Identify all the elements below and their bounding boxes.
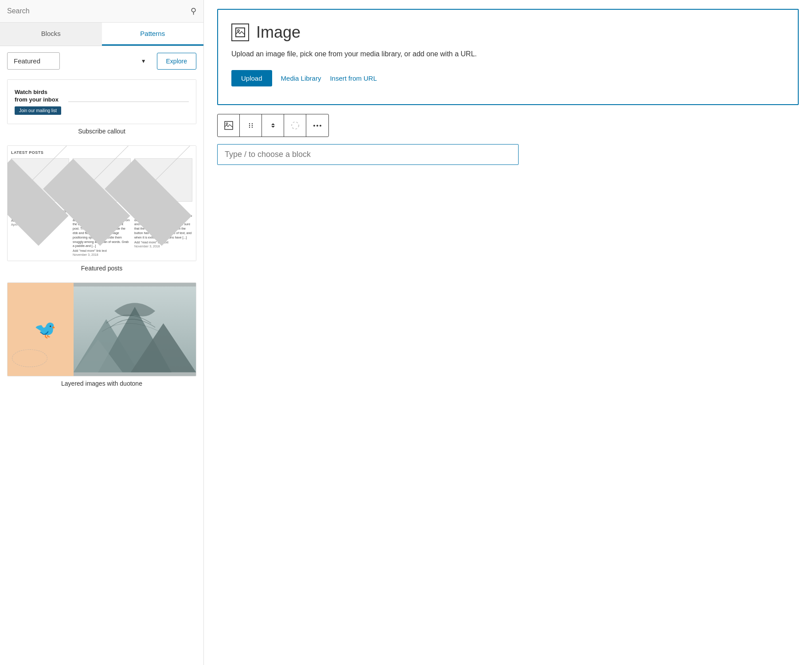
svg-point-11: [249, 125, 250, 126]
pattern-layered-name: Layered images with duotone: [7, 380, 196, 387]
block-toolbar: [217, 114, 329, 137]
subscribe-preview[interactable]: Watch birdsfrom your inbox Join our mail…: [7, 79, 196, 124]
patterns-list: Watch birdsfrom your inbox Join our mail…: [0, 76, 203, 665]
bird-dashes: [12, 349, 47, 367]
fp-item-3: Block: Button Button blocks are not sema…: [134, 158, 192, 256]
right-panel: Image Upload an image file, pick one fro…: [204, 0, 812, 665]
image-actions: Upload Media Library Insert from URL: [231, 70, 785, 86]
mountain-svg: [74, 283, 196, 376]
type-block-input[interactable]: [217, 144, 519, 165]
insert-url-link[interactable]: Insert from URL: [330, 74, 377, 82]
pattern-subscribe-card: Watch birdsfrom your inbox Join our mail…: [7, 79, 196, 135]
subscribe-divider: [68, 102, 189, 102]
toolbar-image-button[interactable]: [218, 114, 240, 137]
media-library-link[interactable]: Media Library: [281, 74, 321, 82]
tab-blocks[interactable]: Blocks: [0, 23, 102, 46]
layered-preview-wrap[interactable]: 🐦: [7, 282, 196, 376]
svg-point-9: [249, 123, 250, 124]
image-block-title: Image: [256, 23, 301, 42]
tabs: Blocks Patterns: [0, 23, 203, 46]
pattern-subscribe-name: Subscribe callout: [7, 128, 196, 135]
fp-date-3: November 3, 2018: [134, 245, 192, 248]
svg-point-6: [238, 30, 239, 31]
toolbar-move-block[interactable]: [262, 114, 284, 137]
tab-patterns[interactable]: Patterns: [102, 23, 204, 46]
bird-icon: 🐦: [34, 319, 56, 340]
subscribe-cta: Join our mailing list: [15, 106, 61, 115]
pattern-featured-posts-name: Featured posts: [7, 265, 196, 272]
toolbar-loading-spinner[interactable]: [284, 114, 306, 137]
subscribe-text: Watch birdsfrom your inbox Join our mail…: [15, 89, 61, 115]
fp-link-2: Add "read more" link text: [73, 249, 131, 252]
svg-point-8: [226, 123, 228, 125]
toolbar-more-options[interactable]: [306, 114, 328, 137]
left-panel: ⚲ Blocks Patterns Featured All Text Gall…: [0, 0, 204, 665]
svg-point-14: [251, 127, 252, 128]
image-block-description: Upload an image file, pick one from your…: [231, 49, 785, 59]
search-input[interactable]: [7, 7, 191, 15]
fp-header: LATEST POSTS: [11, 150, 192, 155]
svg-point-18: [320, 125, 321, 126]
image-block-header: Image: [231, 23, 785, 42]
toolbar-drag-handle[interactable]: [240, 114, 262, 137]
search-bar: ⚲: [0, 0, 203, 23]
layered-preview: 🐦: [8, 283, 196, 376]
chevron-down-icon: ▼: [141, 58, 146, 64]
layered-right-panel: [74, 283, 196, 376]
svg-point-15: [292, 122, 299, 129]
category-select-wrapper: Featured All Text Gallery Call to Action…: [7, 52, 152, 70]
category-select[interactable]: Featured All Text Gallery Call to Action: [7, 52, 60, 70]
subscribe-heading: Watch birdsfrom your inbox: [15, 89, 61, 104]
filter-row: Featured All Text Gallery Call to Action…: [0, 46, 203, 76]
layered-left-panel: 🐦: [8, 283, 83, 376]
image-block: Image Upload an image file, pick one fro…: [217, 9, 799, 105]
fp-date-2: November 3, 2018: [73, 253, 131, 256]
search-icon: ⚲: [191, 6, 196, 16]
fp-image-3: [134, 158, 192, 202]
pattern-featured-posts-card: LATEST POSTS Hello world! Welcome to Wor…: [7, 145, 196, 272]
svg-point-16: [313, 125, 315, 126]
upload-button[interactable]: Upload: [231, 70, 272, 86]
fp-grid: Hello world! Welcome to WordPress. This …: [11, 158, 192, 256]
featured-posts-preview[interactable]: LATEST POSTS Hello world! Welcome to Wor…: [7, 145, 196, 261]
svg-point-13: [249, 127, 250, 128]
svg-point-12: [251, 125, 252, 126]
image-block-icon: [231, 23, 249, 41]
pattern-layered-card: 🐦: [7, 282, 196, 387]
svg-point-17: [316, 125, 318, 126]
explore-button[interactable]: Explore: [157, 53, 196, 70]
svg-point-10: [251, 123, 252, 124]
